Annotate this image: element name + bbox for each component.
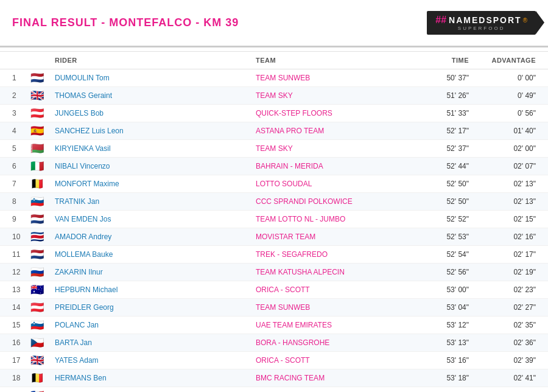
cell-flag: 🇳🇱	[30, 214, 55, 225]
cell-team: TEAM SKY	[256, 91, 402, 100]
table-row: 7 🇧🇪 MONFORT Maxime LOTTO SOUDAL 52' 50"…	[0, 175, 548, 193]
cell-team: ORICA - SCOTT	[256, 356, 402, 365]
cell-rider: JUNGELS Bob	[55, 109, 256, 117]
table-row: 10 🇨🇷 AMADOR Andrey MOVISTAR TEAM 52' 53…	[0, 228, 548, 246]
cell-time: 53' 18"	[402, 374, 469, 382]
table-row: 17 🇬🇧 YATES Adam ORICA - SCOTT 53' 16" 0…	[0, 352, 548, 369]
sponsor-name: NAMEDSPORT	[449, 15, 522, 25]
cell-rider: BARTA Jan	[55, 338, 256, 347]
page-header: FINAL RESULT - MONTEFALCO - KM 39 ## NAM…	[0, 0, 548, 41]
col-header-time: TIME	[402, 57, 469, 64]
cell-team: BMC RACING TEAM	[256, 374, 402, 382]
table-row: 3 🇦🇹 JUNGELS Bob QUICK-STEP FLOORS 51' 3…	[0, 105, 548, 122]
cell-team: TEAM KATUSHA ALPECIN	[256, 268, 402, 276]
cell-time: 53' 00"	[402, 285, 469, 294]
col-header-flag	[30, 57, 55, 64]
cell-rider: NIBALI Vincenzo	[55, 162, 256, 170]
cell-time: 51' 33"	[402, 109, 469, 117]
cell-team: TEAM SUNWEB	[256, 303, 402, 312]
cell-time: 52' 53"	[402, 233, 469, 241]
cell-pos: 10	[12, 233, 30, 241]
sponsor-trademark: ®	[523, 17, 527, 24]
cell-pos: 11	[12, 250, 30, 259]
cell-rider: PREIDLER Georg	[55, 303, 256, 312]
cell-pos: 17	[12, 356, 30, 365]
table-row: 16 🇨🇿 BARTA Jan BORA - HANSGROHE 53' 13"…	[0, 334, 548, 352]
results-table: 1 🇳🇱 DUMOULIN Tom TEAM SUNWEB 50' 37" 0'…	[0, 69, 548, 392]
cell-advantage: 02' 39"	[469, 356, 536, 365]
cell-time: 52' 37"	[402, 144, 469, 153]
cell-pos: 4	[12, 127, 30, 135]
cell-time: 53' 16"	[402, 356, 469, 365]
cell-time: 52' 54"	[402, 250, 469, 259]
col-header-advantage: ADVANTAGE	[469, 57, 536, 64]
cell-time: 52' 52"	[402, 215, 469, 223]
table-row: 11 🇳🇱 MOLLEMA Bauke TREK - SEGAFREDO 52'…	[0, 246, 548, 264]
cell-team: TEAM SKY	[256, 144, 402, 153]
cell-flag: 🇳🇱	[30, 72, 55, 83]
cell-time: 51' 26"	[402, 91, 469, 100]
cell-advantage: 02' 36"	[469, 338, 536, 347]
table-row: 8 🇸🇮 TRATNIK Jan CCC SPRANDI POLKOWICE 5…	[0, 193, 548, 211]
cell-time: 52' 17"	[402, 127, 469, 135]
cell-rider: YATES Adam	[55, 356, 256, 365]
cell-team: MOVISTAR TEAM	[256, 233, 402, 241]
cell-advantage: 02' 41"	[469, 374, 536, 382]
table-row: 14 🇦🇹 PREIDLER Georg TEAM SUNWEB 53' 04"…	[0, 299, 548, 317]
cell-pos: 8	[12, 197, 30, 206]
cell-rider: KIRYIENKA Vasil	[55, 144, 256, 153]
cell-advantage: 0' 49"	[469, 91, 536, 100]
cell-advantage: 02' 13"	[469, 180, 536, 188]
cell-flag: 🇨🇷	[30, 231, 55, 242]
table-row: 5 🇧🇾 KIRYIENKA Vasil TEAM SKY 52' 37" 02…	[0, 140, 548, 158]
cell-team: TEAM SUNWEB	[256, 74, 402, 82]
cell-advantage: 0' 00"	[469, 74, 536, 82]
cell-team: CCC SPRANDI POLKOWICE	[256, 197, 402, 206]
cell-team: QUICK-STEP FLOORS	[256, 109, 402, 117]
table-row: 15 🇸🇮 POLANC Jan UAE TEAM EMIRATES 53' 1…	[0, 317, 548, 334]
cell-team: TEAM LOTTO NL - JUMBO	[256, 215, 402, 223]
cell-flag: 🇦🇹	[30, 108, 55, 119]
cell-rider: HEPBURN Michael	[55, 285, 256, 294]
sponsor-arrow	[536, 11, 544, 34]
cell-flag: 🇧🇪	[30, 178, 55, 189]
col-header-rider: RIDER	[55, 57, 256, 64]
table-row: 4 🇪🇸 SANCHEZ Luis Leon ASTANA PRO TEAM 5…	[0, 122, 548, 140]
table-row: 9 🇳🇱 VAN EMDEN Jos TEAM LOTTO NL - JUMBO…	[0, 211, 548, 228]
cell-flag: 🇧🇪	[30, 373, 55, 383]
cell-flag: 🇷🇺	[30, 267, 55, 278]
table-row: 1 🇳🇱 DUMOULIN Tom TEAM SUNWEB 50' 37" 0'…	[0, 69, 548, 87]
cell-team: BAHRAIN - MERIDA	[256, 162, 402, 170]
table-row: 6 🇮🇹 NIBALI Vincenzo BAHRAIN - MERIDA 52…	[0, 158, 548, 175]
cell-pos: 14	[12, 303, 30, 312]
cell-pos: 12	[12, 268, 30, 276]
cell-pos: 7	[12, 180, 30, 188]
cell-advantage: 02' 27"	[469, 303, 536, 312]
cell-time: 52' 50"	[402, 180, 469, 188]
cell-advantage: 02' 16"	[469, 233, 536, 241]
table-row: 19 🇫🇷 PINOT Thibaut FDJ 53' 19" 02' 42"	[0, 387, 548, 392]
cell-team: LOTTO SOUDAL	[256, 180, 402, 188]
cell-advantage: 02' 17"	[469, 250, 536, 259]
col-header-team: TEAM	[256, 57, 402, 64]
cell-pos: 15	[12, 321, 30, 329]
cell-advantage: 01' 40"	[469, 127, 536, 135]
cell-time: 52' 56"	[402, 268, 469, 276]
cell-team: ASTANA PRO TEAM	[256, 127, 402, 135]
cell-flag: 🇳🇱	[30, 249, 55, 260]
cell-advantage: 0' 56"	[469, 109, 536, 117]
cell-flag: 🇧🇾	[30, 143, 55, 154]
cell-advantage: 02' 23"	[469, 285, 536, 294]
cell-rider: DUMOULIN Tom	[55, 74, 256, 82]
cell-team: BORA - HANSGROHE	[256, 338, 402, 347]
cell-pos: 18	[12, 374, 30, 382]
cell-flag: 🇬🇧	[30, 355, 55, 366]
cell-advantage: 02' 35"	[469, 321, 536, 329]
col-header-pos	[12, 57, 30, 64]
cell-flag: 🇦🇺	[30, 284, 55, 295]
cell-time: 52' 50"	[402, 197, 469, 206]
cell-rider: POLANC Jan	[55, 321, 256, 329]
cell-team: TREK - SEGAFREDO	[256, 250, 402, 259]
table-row: 2 🇬🇧 THOMAS Geraint TEAM SKY 51' 26" 0' …	[0, 87, 548, 105]
cell-time: 53' 04"	[402, 303, 469, 312]
